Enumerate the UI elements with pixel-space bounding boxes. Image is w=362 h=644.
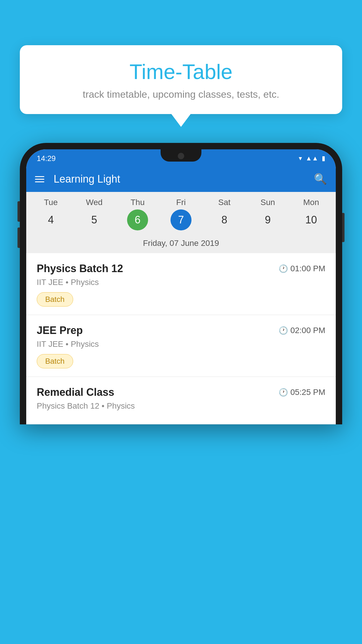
calendar-strip: TueWedThuFriSatSunMon 45678910 Friday, 0… — [26, 192, 336, 253]
selected-date-label: Friday, 07 June 2019 — [26, 236, 336, 253]
day-label: Wed — [73, 198, 116, 207]
app-title: Learning Light — [54, 173, 314, 185]
schedule-item-header: JEE Prep 🕐 02:00 PM — [37, 324, 325, 337]
schedule-item-subtitle: IIT JEE • Physics — [37, 340, 325, 349]
date-item[interactable]: 5 — [84, 209, 105, 230]
day-label: Thu — [116, 198, 159, 207]
volume-up-button — [17, 201, 20, 222]
days-header: TueWedThuFriSatSunMon — [26, 198, 336, 207]
phone-camera — [178, 153, 184, 159]
schedule-item[interactable]: Remedial Class 🕐 05:25 PM Physics Batch … — [26, 377, 336, 424]
schedule-item-title: Remedial Class — [37, 386, 114, 398]
day-label: Sun — [246, 198, 289, 207]
phone-notch — [161, 149, 201, 162]
app-bar: Learning Light 🔍 — [26, 166, 336, 192]
schedule-item-header: Remedial Class 🕐 05:25 PM — [37, 386, 325, 398]
tooltip-subtitle: track timetable, upcoming classes, tests… — [37, 89, 325, 100]
schedule-item-title: JEE Prep — [37, 324, 83, 337]
batch-tag: Batch — [37, 354, 73, 368]
date-item[interactable]: 8 — [214, 209, 235, 230]
tooltip-title: Time-Table — [37, 60, 325, 83]
search-icon[interactable]: 🔍 — [314, 173, 327, 185]
status-icons: ▾ ▲▲ ▮ — [299, 155, 325, 162]
schedule-item-time: 🕐 01:00 PM — [279, 264, 325, 273]
dates-row: 45678910 — [26, 209, 336, 230]
date-item[interactable]: 10 — [301, 209, 321, 230]
schedule-list: Physics Batch 12 🕐 01:00 PM IIT JEE • Ph… — [26, 253, 336, 424]
date-item[interactable]: 9 — [257, 209, 278, 230]
clock-icon: 🕐 — [279, 264, 288, 273]
power-button — [342, 213, 345, 242]
hamburger-menu-icon[interactable] — [35, 176, 44, 182]
day-label: Fri — [159, 198, 203, 207]
wifi-icon: ▾ — [299, 155, 302, 162]
schedule-item-title: Physics Batch 12 — [37, 262, 123, 275]
schedule-item-subtitle: IIT JEE • Physics — [37, 278, 325, 287]
batch-tag: Batch — [37, 292, 73, 307]
battery-icon: ▮ — [322, 155, 325, 162]
day-label: Sat — [203, 198, 246, 207]
schedule-item-header: Physics Batch 12 🕐 01:00 PM — [37, 262, 325, 275]
schedule-item[interactable]: Physics Batch 12 🕐 01:00 PM IIT JEE • Ph… — [26, 253, 336, 315]
date-item[interactable]: 4 — [40, 209, 61, 230]
schedule-item-subtitle: Physics Batch 12 • Physics — [37, 401, 325, 411]
date-item[interactable]: 7 — [171, 209, 191, 230]
clock-icon: 🕐 — [279, 326, 288, 335]
schedule-item[interactable]: JEE Prep 🕐 02:00 PM IIT JEE • Physics Ba… — [26, 315, 336, 377]
phone-wrapper: 14:29 ▾ ▲▲ ▮ Learning Light 🔍 — [20, 143, 342, 644]
status-time: 14:29 — [37, 154, 56, 163]
signal-icon: ▲▲ — [305, 155, 318, 162]
day-label: Tue — [29, 198, 73, 207]
clock-icon: 🕐 — [279, 388, 288, 397]
phone-screen: 14:29 ▾ ▲▲ ▮ Learning Light 🔍 — [26, 149, 336, 424]
tooltip-card: Time-Table track timetable, upcoming cla… — [20, 45, 342, 114]
schedule-item-time: 🕐 02:00 PM — [279, 326, 325, 335]
phone-frame: 14:29 ▾ ▲▲ ▮ Learning Light 🔍 — [20, 143, 342, 424]
volume-down-button — [17, 228, 20, 248]
day-label: Mon — [289, 198, 333, 207]
date-item[interactable]: 6 — [127, 209, 148, 230]
schedule-item-time: 🕐 05:25 PM — [279, 388, 325, 397]
